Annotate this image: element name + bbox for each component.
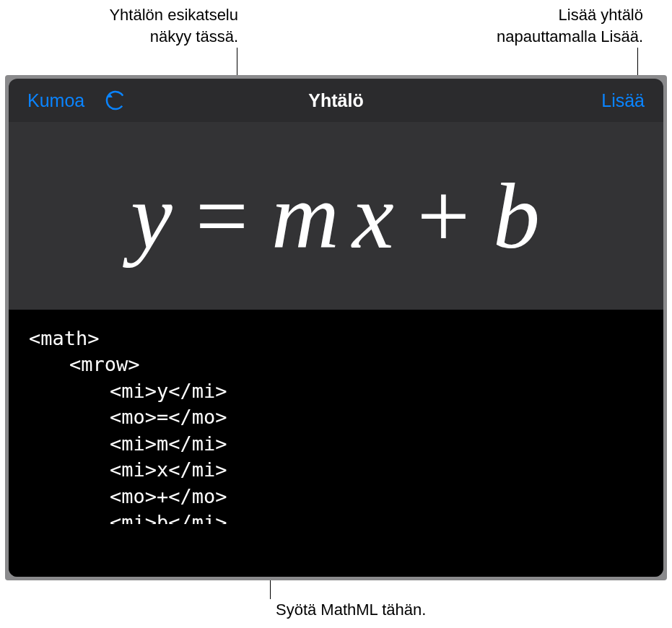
mathml-input[interactable]: <math> <mrow><mi>y</mi><mo>=</mo><mi>m</… (9, 310, 663, 577)
equation-editor-panel: Kumoa Yhtälö Lisää y (9, 79, 663, 577)
callout-input: Syötä MathML tähän. (276, 599, 564, 621)
equation-preview: y = m x + b (131, 162, 541, 270)
code-line: <mrow> (29, 352, 643, 378)
panel-title-text: Yhtälö (308, 90, 363, 110)
insert-button-label: Lisää (601, 90, 645, 110)
toolbar-right: Lisää (601, 90, 645, 111)
panel-title: Yhtälö (308, 90, 363, 111)
callout-insert-text: Lisää yhtälö napauttamalla Lisää. (441, 4, 643, 47)
insert-button[interactable]: Lisää (601, 90, 645, 111)
code-line: <math> (29, 327, 100, 349)
code-line: <mi>m</mi> (29, 431, 643, 457)
device-frame: Kumoa Yhtälö Lisää y (5, 75, 667, 580)
callout-preview-text: Yhtälön esikatselu näkyy tässä. (29, 4, 238, 47)
equation-var-y: y (131, 162, 174, 270)
equation-preview-area: y = m x + b (9, 122, 663, 310)
toolbar-left: Kumoa (27, 90, 126, 111)
undo-button[interactable]: Kumoa (27, 90, 84, 111)
equation-equals: = (196, 162, 250, 270)
code-line: <mo>+</mo> (29, 484, 643, 510)
code-line: <mi>x</mi> (29, 457, 643, 483)
code-line: <mo>=</mo> (29, 404, 643, 430)
equation-var-b: b (493, 162, 541, 270)
callout-preview: Yhtälön esikatselu näkyy tässä. (29, 4, 238, 47)
equation-plus: + (417, 162, 471, 270)
equation-var-m: m (271, 162, 341, 270)
toolbar: Kumoa Yhtälö Lisää (9, 79, 663, 122)
code-line: <mi>y</mi> (29, 378, 643, 404)
equation-var-x: x (352, 162, 396, 270)
callout-insert: Lisää yhtälö napauttamalla Lisää. (441, 4, 643, 47)
code-line: <mi>b</mi> (29, 510, 643, 524)
svg-point-0 (105, 90, 126, 111)
callout-input-text: Syötä MathML tähän. (276, 601, 426, 619)
undo-arrow-icon[interactable] (105, 90, 126, 111)
undo-button-label: Kumoa (27, 90, 84, 110)
